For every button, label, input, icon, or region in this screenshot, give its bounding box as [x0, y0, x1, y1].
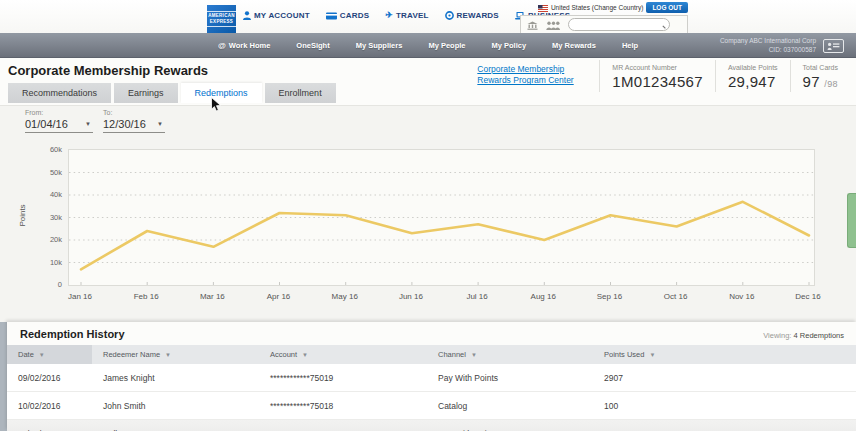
amex-logo[interactable]: AMERICAN EXPRESS [207, 5, 236, 33]
table-row[interactable]: 10/02/2016 John Smith ************75018 … [7, 392, 856, 420]
top-nav-label: MY ACCOUNT [254, 11, 310, 20]
to-date-select[interactable]: 12/30/16 ▼ [103, 118, 165, 133]
tab-bar: Recommendations Earnings Redemptions Enr… [8, 83, 336, 103]
column-header-date[interactable]: Date▼ [7, 345, 92, 364]
cards-current: 97 [803, 73, 820, 90]
y-tick-label: 40k [28, 190, 62, 199]
program-center-link[interactable]: Corporate Membership Rewards Program Cen… [477, 64, 587, 87]
total-cards-cell: Total Cards 97 /98 [790, 60, 850, 92]
change-country-link[interactable]: United States (Change Country) [551, 4, 644, 11]
table-row[interactable]: 11/15/2016 Sally Jones ************75017… [7, 420, 856, 431]
top-nav-travel[interactable]: ✈ TRAVEL [385, 11, 428, 20]
table-row[interactable]: 09/02/2016 James Knight ************7501… [7, 364, 856, 392]
x-tick-label: Jul 16 [466, 292, 487, 301]
tab-enrollment[interactable]: Enrollment [265, 83, 336, 103]
column-header-account[interactable]: Account▼ [259, 345, 427, 364]
person-icon [243, 11, 251, 20]
tab-redemptions[interactable]: Redemptions [181, 83, 262, 103]
page-title: Corporate Membership Rewards [8, 63, 208, 78]
company-id: CID: 037000587 [720, 46, 816, 55]
top-nav-rewards[interactable]: REWARDS [445, 11, 499, 20]
cell-date: 09/02/2016 [7, 364, 92, 391]
content-header: Corporate Membership Rewards Recommendat… [0, 58, 856, 106]
cell-date: 11/15/2016 [7, 420, 92, 431]
y-tick-label: 50k [28, 168, 62, 177]
x-tick-label: Nov 16 [729, 292, 754, 301]
mr-account-cell: MR Account Number 1M01234567 [599, 60, 715, 92]
x-tick-label: Jun 16 [399, 292, 423, 301]
program-center-cell: Corporate Membership Rewards Program Cen… [465, 60, 599, 92]
x-tick-label: Oct 16 [664, 292, 688, 301]
logout-button[interactable]: LOG OUT [646, 2, 688, 13]
y-tick-label: 0 [28, 280, 62, 289]
account-strip: Corporate Membership Rewards Program Cen… [465, 60, 850, 92]
top-nav-label: CARDS [340, 11, 369, 20]
us-flag-icon [538, 0, 548, 16]
redemption-history-panel: Redemption History Viewing: 4 Redemption… [7, 322, 856, 431]
tab-recommendations[interactable]: Recommendations [8, 83, 111, 103]
top-header: AMERICAN EXPRESS MY ACCOUNT CARDS ✈ TRAV… [0, 0, 856, 33]
x-tick-label: Mar 16 [200, 292, 225, 301]
nav-item-my-rewards[interactable]: My Rewards [539, 33, 609, 58]
cell-account: ************75018 [259, 392, 427, 419]
viewing-count: Viewing: 4 Redemptions [763, 331, 844, 340]
from-date-select[interactable]: 01/04/16 ▼ [25, 118, 93, 133]
id-badge-icon[interactable] [823, 39, 844, 53]
table-header-row: Date▼ Redeemer Name▼ Account▼ Channel▼ P… [7, 345, 856, 364]
nav-item-my-suppliers[interactable]: My Suppliers [343, 33, 416, 58]
cell-channel: Catalog [427, 392, 593, 419]
nav-item-my-people[interactable]: My People [415, 33, 478, 58]
sort-icon: ▼ [302, 352, 308, 358]
chevron-down-icon: ▼ [157, 121, 163, 127]
cell-account: ************75019 [259, 364, 427, 391]
from-date-filter: From: 01/04/16 ▼ [25, 109, 93, 133]
from-date-value: 01/04/16 [25, 118, 68, 130]
cell-points-used: 2907 [593, 364, 856, 391]
x-tick-label: Dec 16 [795, 292, 820, 301]
total-cards-label: Total Cards [803, 64, 838, 71]
search-icon[interactable] [657, 20, 666, 29]
nav-item-onesight[interactable]: OneSight [283, 33, 342, 58]
nav-item-work-home[interactable]: @ Work Home [205, 33, 283, 58]
table-titlebar: Redemption History Viewing: 4 Redemption… [7, 322, 856, 345]
table-title: Redemption History [20, 328, 125, 340]
column-header-channel[interactable]: Channel▼ [427, 345, 593, 364]
y-tick-label: 10k [28, 258, 62, 267]
y-tick-label: 20k [28, 235, 62, 244]
bank-icon[interactable] [527, 16, 538, 34]
cell-redeemer-name: John Smith [92, 392, 259, 419]
x-tick-label: Feb 16 [134, 292, 159, 301]
people-icon[interactable] [546, 16, 560, 34]
cell-channel: Pay With Points [427, 364, 593, 391]
top-nav-label: TRAVEL [396, 11, 429, 20]
chevron-down-icon: ▼ [85, 121, 91, 127]
feedback-tab[interactable] [847, 193, 856, 248]
rewards-icon [445, 11, 454, 20]
y-tick-label: 60k [28, 145, 62, 154]
search-input[interactable] [568, 18, 670, 31]
nav-item-my-policy[interactable]: My Policy [478, 33, 539, 58]
available-points-value: 29,947 [728, 73, 778, 90]
y-tick-label: 30k [28, 213, 62, 222]
nav-item-help[interactable]: Help [609, 33, 651, 58]
cell-redeemer-name: Sally Jones [92, 420, 259, 431]
top-nav-cards[interactable]: CARDS [326, 11, 369, 20]
x-tick-label: Sep 16 [597, 292, 622, 301]
tab-earnings[interactable]: Earnings [114, 83, 178, 103]
from-label: From: [25, 109, 93, 116]
available-points-cell: Available Points 29,947 [715, 60, 790, 92]
at-icon: @ [218, 33, 226, 58]
sort-icon: ▼ [471, 352, 477, 358]
top-nav-label: REWARDS [457, 11, 499, 20]
cell-channel: Pay With Points [427, 420, 593, 431]
column-header-redeemer-name[interactable]: Redeemer Name▼ [92, 345, 259, 364]
sort-icon: ▼ [39, 352, 45, 358]
header-right: United States (Change Country) LOG OUT [520, 1, 688, 34]
x-tick-label: Aug 16 [531, 292, 556, 301]
sort-icon: ▼ [649, 352, 655, 358]
amex-logo-text: AMERICAN EXPRESS [206, 11, 237, 27]
column-header-points-used[interactable]: Points Used▼ [593, 345, 856, 364]
y-axis-title: Points [18, 204, 27, 226]
top-nav-my-account[interactable]: MY ACCOUNT [243, 11, 310, 20]
x-tick-label: May 16 [332, 292, 358, 301]
